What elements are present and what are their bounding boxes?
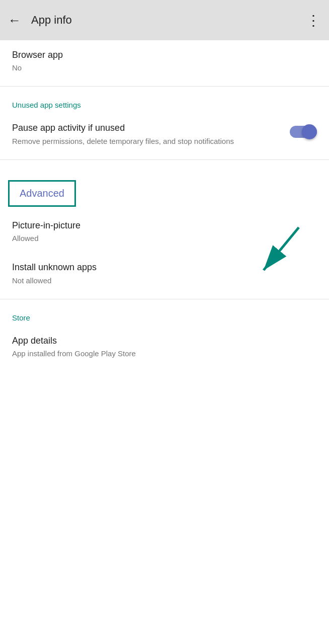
install-unknown-apps-value: Not allowed <box>12 275 317 286</box>
app-details-item[interactable]: App details App installed from Google Pl… <box>0 326 329 368</box>
picture-in-picture-item[interactable]: Picture-in-picture Allowed <box>0 211 329 253</box>
page-title: App info <box>31 14 306 27</box>
app-details-subtitle: App installed from Google Play Store <box>12 348 317 359</box>
toggle-thumb <box>302 124 317 139</box>
pause-app-text: Pause app activity if unused Remove perm… <box>12 122 282 146</box>
pause-app-subtitle: Remove permissions, delete temporary fil… <box>12 136 282 146</box>
content-area: Browser app No Unused app settings Pause… <box>0 40 329 368</box>
unused-app-settings-header: Unused app settings <box>0 91 329 113</box>
overflow-menu-button[interactable]: ⋮ <box>306 12 321 29</box>
divider-2 <box>0 159 329 160</box>
advanced-highlight-box[interactable]: Advanced <box>8 180 76 207</box>
browser-app-title: Browser app <box>12 49 317 61</box>
picture-in-picture-title: Picture-in-picture <box>12 220 317 231</box>
advanced-label: Advanced <box>20 188 64 199</box>
back-button[interactable]: ← <box>8 13 21 28</box>
browser-app-value: No <box>12 62 317 73</box>
divider-1 <box>0 86 329 87</box>
advanced-section-wrapper: Advanced <box>0 164 329 207</box>
install-unknown-apps-title: Install unknown apps <box>12 262 317 273</box>
pause-app-toggle[interactable] <box>290 124 317 139</box>
store-header: Store <box>0 303 329 326</box>
toggle-switch[interactable] <box>290 124 317 139</box>
pause-app-title: Pause app activity if unused <box>12 122 282 134</box>
pause-app-item[interactable]: Pause app activity if unused Remove perm… <box>0 113 329 155</box>
picture-in-picture-value: Allowed <box>12 233 317 244</box>
app-details-title: App details <box>12 335 317 347</box>
browser-app-item[interactable]: Browser app No <box>0 40 329 82</box>
app-bar: ← App info ⋮ <box>0 0 329 40</box>
install-unknown-apps-item[interactable]: Install unknown apps Not allowed <box>0 253 329 294</box>
divider-3 <box>0 299 329 299</box>
